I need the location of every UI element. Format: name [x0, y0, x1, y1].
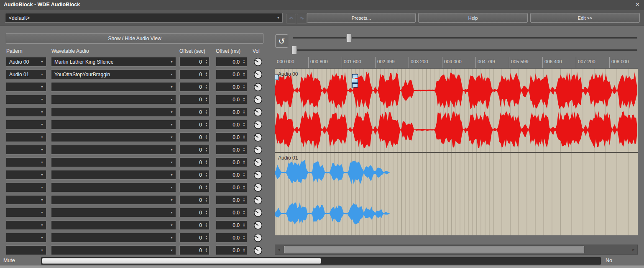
pattern-select[interactable]: ▼	[6, 233, 46, 242]
spinner-arrows[interactable]: ▲ ▼	[241, 135, 247, 139]
spinner-arrows[interactable]: ▲ ▼	[204, 110, 209, 114]
spin-down-icon[interactable]: ▼	[205, 238, 208, 240]
spinner-arrows[interactable]: ▲ ▼	[204, 248, 209, 253]
spinner-arrows[interactable]: ▲ ▼	[241, 235, 247, 240]
spinner-arrows[interactable]: ▲ ▼	[204, 173, 209, 177]
spin-down-icon[interactable]: ▼	[243, 75, 245, 77]
pattern-select[interactable]: Audio 01 ▼	[6, 70, 46, 79]
offset-ms-spinner[interactable]: 0.0 ▲ ▼	[216, 170, 247, 180]
spin-down-icon[interactable]: ▼	[243, 175, 245, 177]
spinner-arrows[interactable]: ▲ ▼	[241, 110, 247, 114]
spinner-arrows[interactable]: ▲ ▼	[241, 59, 247, 64]
volume-knob[interactable]	[253, 108, 263, 117]
volume-knob[interactable]	[253, 196, 263, 205]
spin-down-icon[interactable]: ▼	[243, 188, 245, 190]
wavetable-select[interactable]: ▼	[51, 145, 176, 155]
wavetable-select[interactable]: ▼	[51, 195, 176, 205]
spin-down-icon[interactable]: ▼	[205, 250, 208, 253]
offset-sec-spinner[interactable]: 0 ▲ ▼	[179, 120, 210, 129]
spin-down-icon[interactable]: ▼	[243, 150, 245, 152]
pattern-select[interactable]: ▼	[6, 95, 46, 104]
zoom-slider-handle[interactable]	[346, 34, 352, 42]
offset-ms-spinner[interactable]: 0.0 ▲ ▼	[216, 70, 247, 79]
offset-sec-spinner[interactable]: 0 ▲ ▼	[179, 183, 210, 192]
pattern-select[interactable]: ▼	[6, 208, 46, 217]
spin-down-icon[interactable]: ▼	[205, 62, 208, 64]
volume-knob[interactable]	[253, 120, 263, 129]
volume-knob[interactable]	[253, 70, 263, 79]
scrollbar-thumb[interactable]	[284, 246, 584, 253]
volume-knob[interactable]	[253, 133, 263, 142]
spinner-arrows[interactable]: ▲ ▼	[204, 97, 209, 102]
offset-sec-spinner[interactable]: 0 ▲ ▼	[179, 132, 210, 142]
clip-handle-middle[interactable]	[352, 79, 358, 83]
wavetable-select[interactable]: ▼	[51, 120, 176, 129]
spin-down-icon[interactable]: ▼	[205, 175, 208, 177]
spin-down-icon[interactable]: ▼	[243, 137, 245, 139]
wavetable-select[interactable]: ▼	[51, 183, 176, 192]
offset-sec-spinner[interactable]: 0 ▲ ▼	[179, 233, 210, 242]
spinner-arrows[interactable]: ▲ ▼	[241, 185, 247, 190]
spin-down-icon[interactable]: ▼	[205, 225, 208, 227]
wavetable-select[interactable]: ▼	[51, 107, 176, 117]
offset-sec-spinner[interactable]: 0 ▲ ▼	[179, 220, 210, 230]
offset-sec-spinner[interactable]: 0 ▲ ▼	[179, 95, 210, 104]
spinner-arrows[interactable]: ▲ ▼	[241, 173, 247, 177]
spin-down-icon[interactable]: ▼	[205, 162, 208, 165]
pattern-select[interactable]: ▼	[6, 157, 46, 167]
volume-knob[interactable]	[253, 208, 263, 217]
wavetable-select[interactable]: ▼	[51, 157, 176, 167]
pattern-select[interactable]: ▼	[6, 82, 46, 92]
wavetable-select[interactable]: ▼	[51, 233, 176, 242]
spinner-arrows[interactable]: ▲ ▼	[241, 122, 247, 127]
spinner-arrows[interactable]: ▲ ▼	[241, 223, 247, 227]
offset-sec-spinner[interactable]: 0 ▲ ▼	[179, 57, 210, 67]
show-hide-audio-view-button[interactable]: Show / Hide Audio View	[6, 33, 263, 44]
offset-ms-spinner[interactable]: 0.0 ▲ ▼	[216, 132, 247, 142]
spinner-arrows[interactable]: ▲ ▼	[241, 160, 247, 165]
volume-knob[interactable]	[253, 221, 263, 230]
volume-knob[interactable]	[253, 170, 263, 180]
pattern-select[interactable]: ▼	[6, 145, 46, 155]
offset-ms-spinner[interactable]: 0.0 ▲ ▼	[216, 57, 247, 67]
offset-ms-spinner[interactable]: 0.0 ▲ ▼	[216, 95, 247, 104]
spinner-arrows[interactable]: ▲ ▼	[241, 248, 247, 253]
spin-down-icon[interactable]: ▼	[205, 213, 208, 215]
spinner-arrows[interactable]: ▲ ▼	[204, 185, 209, 190]
wavetable-select[interactable]: ▼	[51, 220, 176, 230]
mute-slider-track[interactable]	[41, 257, 601, 265]
offset-sec-spinner[interactable]: 0 ▲ ▼	[179, 82, 210, 92]
spin-down-icon[interactable]: ▼	[205, 200, 208, 202]
spin-down-icon[interactable]: ▼	[243, 125, 245, 127]
pattern-select[interactable]: ▼	[6, 195, 46, 205]
waveform-scrollbar[interactable]: ◄ ►	[275, 245, 638, 255]
volume-knob[interactable]	[253, 82, 263, 92]
spinner-arrows[interactable]: ▲ ▼	[241, 210, 247, 215]
spinner-arrows[interactable]: ▲ ▼	[204, 59, 209, 64]
spin-down-icon[interactable]: ▼	[205, 137, 208, 139]
clip-handle-bottom[interactable]	[352, 83, 358, 88]
offset-ms-spinner[interactable]: 0.0 ▲ ▼	[216, 245, 247, 255]
clip-handle-top[interactable]	[352, 74, 358, 78]
wavetable-select[interactable]: ▼	[51, 170, 176, 180]
pattern-select[interactable]: ▼	[6, 245, 46, 255]
volume-knob[interactable]	[253, 183, 263, 192]
offset-ms-spinner[interactable]: 0.0 ▲ ▼	[216, 120, 247, 129]
offset-ms-spinner[interactable]: 0.0 ▲ ▼	[216, 157, 247, 167]
wavetable-select[interactable]: YouOttaStopYourBraggin ▼	[51, 70, 176, 79]
edit-button[interactable]: Edit >>	[530, 13, 640, 23]
spin-down-icon[interactable]: ▼	[243, 200, 245, 202]
position-slider-handle[interactable]	[291, 46, 297, 54]
offset-ms-spinner[interactable]: 0.0 ▲ ▼	[216, 208, 247, 217]
wavetable-select[interactable]: ▼	[51, 132, 176, 142]
wavetable-select[interactable]: ▼	[51, 82, 176, 92]
spin-down-icon[interactable]: ▼	[243, 238, 245, 240]
spin-down-icon[interactable]: ▼	[243, 250, 245, 253]
position-slider-track[interactable]	[293, 49, 637, 51]
wavetable-select[interactable]: ▼	[51, 208, 176, 217]
spin-down-icon[interactable]: ▼	[205, 125, 208, 127]
spinner-arrows[interactable]: ▲ ▼	[204, 135, 209, 139]
presets-button[interactable]: Presets...	[307, 13, 416, 23]
spinner-arrows[interactable]: ▲ ▼	[204, 210, 209, 215]
scroll-left-icon[interactable]: ◄	[275, 245, 283, 254]
